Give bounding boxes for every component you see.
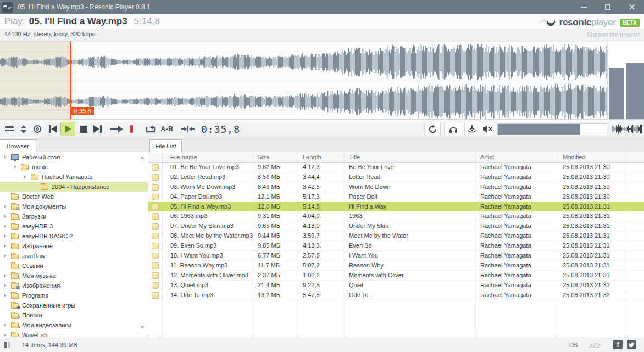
file-row[interactable]: 09. Even So.mp39,85 МБ4:18,3Even SoRacha… [148, 241, 644, 251]
facebook-button[interactable]: f [613, 340, 623, 349]
column-header-title[interactable]: Title [345, 152, 476, 162]
snap-button[interactable] [180, 122, 196, 136]
expander-icon[interactable] [4, 253, 10, 259]
playlist-menu-button[interactable] [3, 122, 15, 136]
loop-button[interactable] [143, 122, 158, 136]
minimize-button[interactable] [571, 0, 596, 14]
tree-item-label: 2004 - Happenstance [52, 182, 109, 192]
ab-repeat-button[interactable]: A-B [159, 122, 175, 136]
stop-button[interactable] [77, 122, 90, 136]
expander-icon[interactable] [4, 154, 10, 160]
close-button[interactable]: ✕ [620, 0, 644, 14]
file-row[interactable]: 11. Reason Why.mp311,7 МБ5:07,2Reason Wh… [148, 261, 644, 271]
file-row[interactable]: 14. Ode To.mp313,2 МБ5:47,5Ode To...Rach… [148, 290, 644, 300]
cell-length: 4:13,0 [298, 221, 345, 231]
volume-slider[interactable] [497, 123, 607, 135]
folder-icon [31, 174, 39, 180]
tree-item[interactable]: ▤Мои документы [0, 202, 148, 211]
file-row[interactable]: 13. Quiet.mp321,4 МБ9:22,5QuietRachael Y… [148, 281, 644, 290]
playhead-cursor[interactable] [70, 41, 71, 120]
reload-button[interactable] [424, 122, 441, 136]
expander-icon[interactable] [4, 322, 10, 328]
cell-name: 02. Letter Read.mp3 [163, 172, 253, 182]
file-type-cell [148, 221, 163, 231]
file-row[interactable]: 03. Worn Me Down.mp38,49 МБ3:42,5Worn Me… [148, 182, 644, 192]
file-row[interactable]: 07. Under My Skin.mp39,65 МБ4:13,0Under … [148, 221, 644, 231]
tree-item[interactable]: 2004 - Happenstance [0, 182, 148, 192]
stop-after-track-button[interactable] [127, 122, 135, 136]
file-row[interactable]: 12. Moments with Oliver.mp32,37 МБ1:02,2… [148, 271, 644, 281]
tree-item[interactable]: easyHDR 3 [0, 221, 148, 231]
expander-icon[interactable] [4, 332, 10, 337]
column-header-modified[interactable]: Modified [558, 152, 625, 162]
file-row[interactable]: 06. 1963.mp39,31 МБ4:04,01963Rachael Yam… [148, 211, 644, 221]
maximize-button[interactable] [596, 0, 620, 14]
tree-scroll-up-arrow[interactable] [140, 156, 145, 159]
expander-icon[interactable] [4, 214, 10, 219]
expander-icon [34, 184, 40, 189]
track-target-button[interactable] [31, 122, 44, 136]
tree-item[interactable]: →Ссылки [0, 261, 148, 271]
output-options-group[interactable] [464, 122, 496, 136]
tree-item[interactable]: easyHDR BASIC 2 [0, 231, 148, 241]
file-row[interactable]: 05. I'll Find a Way.mp312,0 МБ5:14,8I'll… [148, 202, 644, 211]
tree-item[interactable]: Programs [0, 290, 148, 300]
ds-indicator[interactable]: DS [569, 342, 578, 348]
expander-icon[interactable] [4, 283, 10, 288]
tree-item[interactable]: ♪Моя музыка [0, 271, 148, 281]
tree-item[interactable]: Рабочий стол [0, 152, 148, 162]
headphones-button[interactable] [444, 122, 462, 136]
tree-item[interactable]: ●Поиски [0, 310, 148, 320]
expander-icon[interactable] [4, 224, 10, 229]
cell-modified: 25.08.2013 21:31 [558, 271, 625, 280]
cell-title: Worn Me Down [345, 182, 476, 192]
tree-item[interactable]: ↓Загрузки [0, 211, 148, 221]
audio-file-icon [152, 194, 159, 200]
tree-item[interactable]: WaveLab [0, 330, 148, 337]
waveform-view-button[interactable] [611, 122, 643, 136]
twitter-button[interactable] [627, 340, 636, 349]
browser-tree-panel: Рабочий столmusicRachael Yamagata2004 - … [0, 152, 148, 337]
audio-file-icon [152, 292, 159, 299]
expander-icon[interactable] [4, 233, 10, 239]
tree-item[interactable]: music [0, 162, 148, 172]
mute-icon [483, 125, 492, 133]
expander-icon[interactable] [4, 293, 10, 298]
waveform-display[interactable]: 0:35,8 [0, 41, 644, 120]
previous-track-button[interactable] [46, 122, 59, 136]
expander-icon[interactable] [4, 273, 10, 278]
next-track-button[interactable] [91, 122, 104, 136]
column-header-file-name[interactable]: File name [163, 152, 253, 162]
tree-item[interactable]: ★Избранное [0, 241, 148, 251]
sort-order-button[interactable] [18, 122, 30, 136]
cell-artist: Rachael Yamagata [476, 192, 558, 202]
file-row[interactable]: 02. Letter Read.mp38,56 МБ3:44,4Letter R… [148, 172, 644, 182]
file-row[interactable]: 08. Meet Me by the Water.mp39,14 МБ3:59,… [148, 231, 644, 241]
column-header-artist[interactable]: Artist [476, 152, 558, 162]
title-bar[interactable]: 05. I'll Find a Way.mp3 - Resonic Player… [0, 0, 644, 14]
column-header-length[interactable]: Length [298, 152, 345, 162]
expander-icon[interactable] [4, 243, 10, 249]
tree-item[interactable]: javaDaw [0, 251, 148, 261]
file-row[interactable]: 01. Be Be Your Love.mp39,62 МБ4:12,3Be B… [148, 163, 644, 172]
cell-modified: 25.08.2013 21:30 [558, 192, 625, 202]
sleep-indicator[interactable]: zZz [589, 341, 601, 349]
expander-icon[interactable] [24, 174, 30, 180]
column-header-icon[interactable] [148, 152, 163, 162]
tab-file-list[interactable]: File List [149, 139, 182, 152]
column-header-size[interactable]: Size [253, 152, 298, 162]
tree-item[interactable]: ◆Сохраненные игры [0, 300, 148, 310]
support-project-link[interactable]: Support the project! [587, 31, 640, 38]
tab-browser[interactable]: Browser [0, 139, 36, 152]
file-row[interactable]: 04. Paper Doll.mp312,1 МБ5:17,3Paper Dol… [148, 192, 644, 202]
continue-mode-button[interactable] [109, 122, 124, 136]
tree-item[interactable]: Doctor Web [0, 192, 148, 202]
tree-item[interactable]: ▪Мои видеозаписи [0, 320, 148, 330]
file-row[interactable]: 10. I Want You.mp36,77 МБ2:57,5I Want Yo… [148, 251, 644, 261]
tree-scroll-down-arrow[interactable] [140, 326, 145, 329]
expander-icon[interactable] [14, 164, 20, 170]
expander-icon[interactable] [4, 204, 10, 209]
tree-item[interactable]: ▦Изображения [0, 281, 148, 290]
tree-item[interactable]: Rachael Yamagata [0, 172, 148, 182]
play-button[interactable] [60, 122, 75, 136]
